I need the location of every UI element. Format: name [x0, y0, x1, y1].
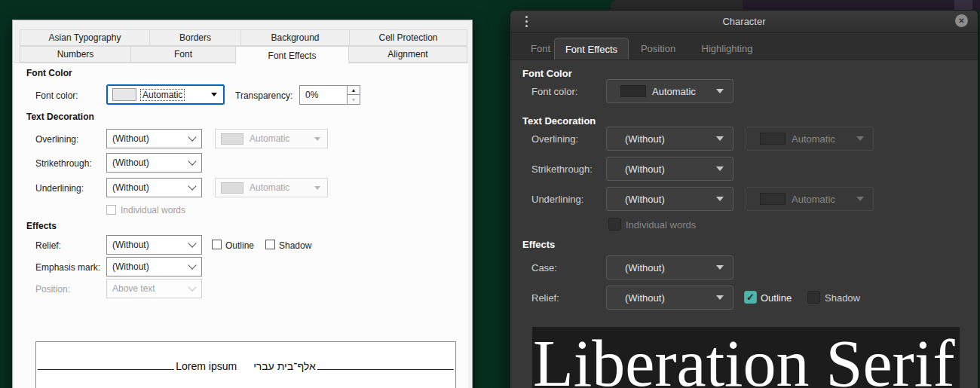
preview-box: Liberation Serif [532, 327, 960, 388]
strikethrough-value: (Without) [625, 163, 665, 175]
relief-label: Relief: [531, 292, 559, 304]
color-swatch [112, 88, 136, 101]
chevron-down-icon [188, 133, 196, 141]
font-color-value: Automatic [141, 90, 184, 100]
strikethrough-label: Strikethrough: [35, 158, 92, 169]
underlining-label: Underlining: [531, 194, 583, 205]
tab-font[interactable]: Font [130, 46, 236, 63]
character-dialog-light: Asian Typography Borders Background Cell… [12, 20, 473, 388]
relief-label: Relief: [35, 240, 61, 251]
outline-label: Outline [761, 292, 792, 304]
emphasis-mark-dropdown[interactable]: (Without) [106, 257, 202, 276]
baseline-rule [317, 369, 454, 370]
effects-heading: Effects [26, 221, 57, 231]
strikethrough-value: (Without) [112, 157, 149, 168]
close-button[interactable]: ✕ [955, 14, 968, 27]
strikethrough-dropdown[interactable]: (Without) [606, 157, 733, 181]
transparency-label: Transparency: [235, 90, 292, 101]
individual-words-label: Individual words [121, 205, 185, 215]
emphasis-mark-label: Emphasis mark: [35, 262, 100, 273]
menu-kebab-icon[interactable] [524, 14, 529, 29]
title-bar[interactable]: Character ✕ [510, 11, 978, 33]
underlining-label: Underlining: [35, 183, 84, 194]
case-dropdown[interactable]: (Without) [606, 255, 733, 280]
outline-checkbox[interactable]: ✓ [744, 291, 757, 304]
baseline-rule [38, 369, 174, 370]
tab-highlighting[interactable]: Highlighting [691, 38, 763, 60]
text-decoration-heading: Text Decoration [522, 115, 596, 127]
tab-strip: Font Font Effects Position Highlighting [510, 33, 978, 60]
dropdown-arrow-icon [211, 93, 217, 96]
chevron-down-icon [188, 182, 196, 190]
underlining-color-value: Automatic [250, 182, 289, 193]
underlining-color-dropdown: Automatic [746, 187, 874, 211]
tab-position[interactable]: Position [633, 38, 683, 60]
dropdown-arrow-icon [716, 265, 724, 270]
font-color-value: Automatic [652, 86, 696, 97]
tab-font-effects-active[interactable]: Font Effects [554, 38, 629, 60]
character-dialog-dark: Character ✕ Font Font Effects Position H… [510, 10, 978, 388]
preview-box: Lorem ipsum אלף־בית עברי [35, 341, 456, 388]
overlining-color-dropdown: Automatic [215, 129, 328, 148]
relief-value: (Without) [625, 292, 665, 304]
tab-background[interactable]: Background [240, 29, 350, 46]
overlining-dropdown[interactable]: (Without) [106, 129, 202, 148]
tab-asian-typography[interactable]: Asian Typography [20, 29, 150, 46]
overlining-dropdown[interactable]: (Without) [606, 127, 733, 151]
underlining-value: (Without) [625, 194, 665, 205]
spin-up-icon[interactable]: ▲ [348, 85, 360, 95]
font-color-heading: Font Color [26, 68, 72, 78]
overlining-value: (Without) [112, 133, 149, 144]
desktop: Asian Typography Borders Background Cell… [0, 0, 980, 388]
dropdown-arrow-icon [716, 89, 724, 93]
chevron-down-icon [188, 239, 196, 247]
overlining-label: Overlining: [531, 133, 578, 145]
underlining-value: (Without) [112, 182, 149, 193]
color-swatch [620, 85, 646, 97]
transparency-spinner[interactable]: 0% ▲ ▼ [299, 85, 360, 105]
tab-alignment[interactable]: Alignment [348, 46, 467, 63]
color-swatch [760, 193, 786, 205]
strikethrough-label: Strikethrough: [531, 163, 593, 175]
dropdown-arrow-icon [314, 137, 320, 141]
overlining-value: (Without) [625, 133, 665, 145]
outline-label: Outline [225, 240, 254, 251]
dropdown-arrow-icon [856, 136, 864, 141]
underlining-dropdown[interactable]: (Without) [606, 187, 733, 211]
tab-cell-protection[interactable]: Cell Protection [349, 29, 467, 46]
dropdown-arrow-icon [314, 186, 320, 190]
effects-heading: Effects [522, 239, 555, 250]
underlining-dropdown[interactable]: (Without) [106, 178, 202, 197]
relief-dropdown[interactable]: (Without) [606, 286, 733, 310]
preview-font-text: Liberation Serif [533, 327, 960, 388]
font-color-heading: Font Color [522, 68, 572, 79]
dropdown-arrow-icon [716, 167, 724, 171]
dialog-title: Character [722, 16, 765, 27]
shadow-label: Shadow [825, 292, 860, 304]
tab-numbers[interactable]: Numbers [20, 46, 131, 63]
preview-hebrew-text: אלף־בית עברי [252, 360, 317, 373]
case-label: Case: [531, 262, 557, 273]
outline-checkbox[interactable] [212, 240, 222, 249]
overlining-label: Overlining: [35, 134, 78, 145]
background-purple-strip [743, 0, 980, 11]
position-label: Position: [35, 284, 70, 295]
shadow-checkbox[interactable] [807, 291, 820, 304]
transparency-value[interactable]: 0% [299, 85, 348, 105]
font-color-dropdown[interactable]: Automatic [106, 84, 225, 105]
individual-words-checkbox [608, 218, 621, 231]
strikethrough-dropdown[interactable]: (Without) [106, 153, 202, 173]
tab-borders[interactable]: Borders [149, 29, 241, 46]
relief-value: (Without) [112, 240, 149, 250]
individual-words-checkbox [106, 205, 116, 215]
dropdown-arrow-icon [856, 197, 864, 201]
shadow-checkbox[interactable] [265, 240, 275, 249]
position-dropdown: Above text [106, 279, 202, 298]
font-color-dropdown[interactable]: Automatic [606, 79, 733, 103]
font-color-label: Font color: [531, 86, 577, 97]
tab-font-effects-active[interactable]: Font Effects [235, 46, 349, 64]
close-icon: ✕ [958, 17, 964, 25]
font-color-label: Font color: [35, 90, 78, 101]
preview-latin-text: Lorem ipsum [174, 360, 238, 373]
relief-dropdown[interactable]: (Without) [106, 235, 202, 255]
